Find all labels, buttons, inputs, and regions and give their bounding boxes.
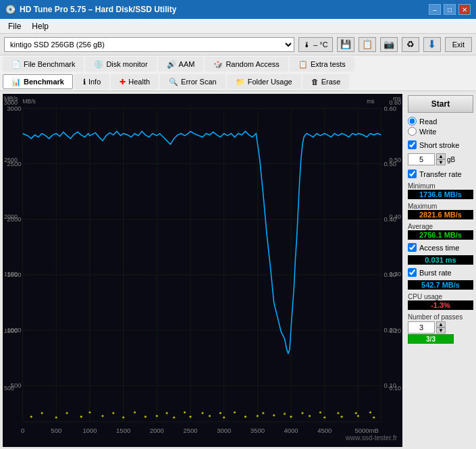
tab-extra-tests[interactable]: 📋 Extra tests — [290, 57, 354, 72]
passes-value[interactable] — [408, 321, 435, 334]
svg-point-52 — [319, 411, 321, 413]
svg-text:MB/s: MB/s — [23, 98, 36, 105]
recycle-button[interactable]: ♻ — [402, 37, 419, 52]
svg-point-23 — [122, 417, 124, 419]
disk-monitor-icon: 💿 — [94, 60, 103, 69]
close-button[interactable]: ✕ — [458, 4, 471, 15]
write-radio-input[interactable] — [408, 127, 417, 136]
average-label: Average — [408, 223, 433, 230]
access-time-checkbox-row[interactable]: Access time — [408, 243, 473, 252]
minimize-button[interactable]: – — [429, 4, 441, 15]
svg-point-36 — [341, 416, 343, 418]
passes-increment[interactable]: ▲ — [436, 321, 446, 327]
access-time-label: Access time — [419, 244, 459, 252]
tab-erase[interactable]: 🗑 Erase — [302, 74, 350, 89]
read-radio-input[interactable] — [408, 117, 417, 126]
drive-selector[interactable]: kintigo SSD 256GB (256 gB) — [4, 37, 294, 52]
disk-info-button[interactable]: 💾 — [337, 37, 354, 52]
svg-text:3000: 3000 — [217, 427, 231, 434]
svg-point-35 — [323, 417, 325, 419]
svg-point-28 — [209, 415, 211, 417]
tab-extra-tests-label: Extra tests — [311, 60, 346, 68]
main-content: MB/s ms 3000 2500 2000 1500 1000 500 0.6… — [0, 91, 476, 449]
temperature-value: – °C — [313, 41, 328, 49]
number-of-passes-label: Number of passes — [408, 313, 462, 321]
maximum-stat: Maximum 2821.6 MB/s — [408, 202, 473, 219]
maximize-button[interactable]: □ — [444, 4, 456, 15]
download-button[interactable]: ⬇ — [423, 37, 441, 52]
tab-random-access[interactable]: 🎲 Random Access — [205, 57, 288, 72]
minimum-stat: Minimum 1736.6 MB/s — [408, 182, 473, 199]
average-value: 2756.1 MB/s — [408, 230, 473, 240]
error-scan-icon: 🔍 — [169, 78, 178, 86]
tab-benchmark[interactable]: 📊 Benchmark — [3, 74, 73, 89]
svg-point-32 — [273, 414, 275, 416]
svg-point-50 — [284, 413, 286, 415]
transfer-rate-checkbox-row[interactable]: Transfer rate — [408, 169, 473, 178]
write-label: Write — [419, 128, 436, 136]
burst-rate-checkbox-row[interactable]: Burst rate — [408, 268, 473, 277]
short-stroke-unit: gB — [447, 156, 455, 163]
cpu-usage-value: -1.3% — [408, 300, 473, 310]
svg-point-40 — [66, 412, 68, 414]
health-icon: ✚ — [120, 78, 126, 86]
short-stroke-value[interactable] — [408, 153, 435, 165]
passes-decrement[interactable]: ▼ — [436, 327, 446, 334]
read-label: Read — [419, 117, 437, 126]
camera-button[interactable]: 📷 — [380, 37, 398, 52]
short-stroke-increment[interactable]: ▲ — [436, 153, 446, 159]
tab-error-scan[interactable]: 🔍 Error Scan — [160, 74, 226, 89]
passes-progress-bar: 3/3 — [408, 334, 454, 344]
tab-disk-monitor[interactable]: 💿 Disk monitor — [85, 57, 156, 72]
svg-point-47 — [219, 412, 221, 414]
tab-folder-usage[interactable]: 📁 Folder Usage — [227, 74, 301, 89]
svg-text:0: 0 — [21, 427, 24, 434]
short-stroke-checkbox[interactable] — [408, 140, 417, 149]
short-stroke-decrement[interactable]: ▼ — [436, 159, 446, 165]
menu-bar: File Help — [0, 19, 476, 34]
menu-help[interactable]: Help — [26, 20, 54, 32]
app-title: HD Tune Pro 5.75 – Hard Disk/SSD Utility — [20, 5, 177, 14]
read-radio[interactable]: Read — [408, 117, 473, 126]
svg-text:500: 500 — [51, 427, 61, 434]
svg-point-31 — [257, 415, 259, 417]
tab-aam[interactable]: 🔊 AAM — [158, 57, 204, 72]
y-axis-left: 3000 2500 2000 1500 1000 500 — [4, 94, 18, 447]
tab-health[interactable]: ✚ Health — [111, 74, 159, 89]
svg-point-39 — [41, 412, 43, 414]
tab-row-1: 📄 File Benchmark 💿 Disk monitor 🔊 AAM 🎲 … — [0, 55, 476, 73]
svg-point-42 — [112, 412, 114, 414]
svg-text:ms: ms — [367, 98, 374, 105]
tab-aam-label: AAM — [179, 60, 195, 68]
drive-row: kintigo SSD 256GB (256 gB) 🌡 – °C 💾 📋 📷 … — [0, 34, 476, 55]
burst-rate-checkbox[interactable] — [408, 268, 417, 277]
svg-point-25 — [156, 415, 158, 417]
svg-point-44 — [166, 412, 168, 414]
disk-copy-button[interactable]: 📋 — [359, 37, 376, 52]
svg-point-46 — [201, 412, 203, 414]
app-icon: 💽 — [5, 5, 16, 14]
svg-point-22 — [101, 415, 103, 417]
access-time-checkbox[interactable] — [408, 243, 417, 252]
tab-disk-monitor-label: Disk monitor — [106, 60, 147, 68]
extra-tests-icon: 📋 — [298, 60, 308, 69]
passes-spinbox-row: ▲ ▼ — [408, 321, 473, 334]
title-bar: 💽 HD Tune Pro 5.75 – Hard Disk/SSD Utili… — [0, 0, 476, 19]
svg-point-51 — [301, 412, 303, 414]
tab-info[interactable]: ℹ Info — [74, 74, 109, 89]
svg-point-55 — [369, 411, 371, 413]
start-button[interactable]: Start — [408, 95, 473, 113]
read-write-group: Read Write — [408, 115, 473, 137]
menu-file[interactable]: File — [3, 20, 26, 32]
transfer-rate-checkbox[interactable] — [408, 169, 417, 178]
short-stroke-checkbox-row[interactable]: Short stroke — [408, 140, 473, 149]
tab-benchmark-label: Benchmark — [24, 78, 64, 86]
thermometer-icon: 🌡 — [303, 41, 311, 49]
exit-button[interactable]: Exit — [445, 37, 472, 52]
svg-point-53 — [337, 412, 339, 414]
y-axis-right: 0.60 0.50 0.40 0.30 0.20 0.10 — [389, 94, 401, 447]
write-radio[interactable]: Write — [408, 127, 473, 136]
tab-file-benchmark[interactable]: 📄 File Benchmark — [3, 57, 84, 72]
temperature-display: 🌡 – °C — [298, 37, 333, 52]
erase-icon: 🗑 — [311, 78, 319, 86]
